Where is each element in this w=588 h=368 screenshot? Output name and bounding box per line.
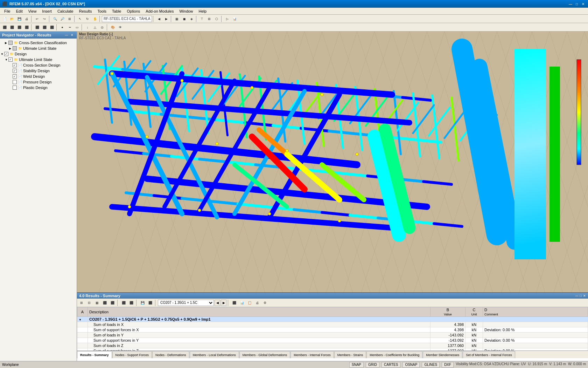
cb-design[interactable]: [4, 52, 8, 56]
res-tb-6[interactable]: ⬛: [120, 300, 127, 306]
res-tb-filter[interactable]: ⬛: [147, 300, 154, 306]
res-tb-4[interactable]: ⬛: [101, 300, 108, 306]
tb2-5[interactable]: ⬛: [34, 24, 41, 31]
cb-plastic-design[interactable]: [13, 86, 17, 90]
tb-top[interactable]: ⊤: [198, 15, 205, 22]
tree-cross-section-classification[interactable]: ▶ 📁 Cross-Section Classification: [0, 40, 77, 46]
tb-solid[interactable]: ◼: [181, 15, 188, 22]
menu-edit[interactable]: Edit: [13, 8, 26, 14]
res-next-btn[interactable]: ▶: [221, 300, 226, 306]
cb-uls-design[interactable]: [8, 57, 13, 62]
cb-stability-design[interactable]: [13, 69, 17, 73]
grid-btn[interactable]: GRID: [366, 362, 379, 368]
tb2-6[interactable]: ⬛: [41, 24, 48, 31]
tb-calc[interactable]: ▷: [224, 15, 231, 22]
menu-view[interactable]: View: [26, 8, 40, 14]
tb2-7[interactable]: ⬛: [48, 24, 55, 31]
cartes-btn[interactable]: CARTES: [382, 362, 400, 368]
tb2-hinge[interactable]: ◎: [99, 24, 106, 31]
tb2-load[interactable]: ↓: [84, 24, 91, 31]
tab-member-slendernesses[interactable]: Member Slendernesses: [423, 351, 462, 358]
tree-design[interactable]: ▼ 📁 Design: [0, 51, 77, 57]
close-button[interactable]: ✕: [580, 1, 586, 7]
tab-results-summary[interactable]: Results - Summary: [77, 351, 112, 358]
tb-zoom-in[interactable]: 🔍: [51, 15, 58, 22]
tab-members-global-deformations[interactable]: Members - Global Deformations: [239, 351, 290, 358]
maximize-button[interactable]: □: [574, 1, 580, 7]
tree-plastic-design[interactable]: 📄 Plastic Design: [0, 85, 77, 90]
tab-members-strains[interactable]: Members - Strains: [334, 351, 366, 358]
res-tb-print[interactable]: 🖨: [254, 300, 261, 306]
menu-file[interactable]: File: [1, 8, 13, 14]
cb-cross-section-classification[interactable]: [8, 41, 13, 45]
tb-wire[interactable]: ▦: [173, 15, 180, 22]
osnap-btn[interactable]: OSNAP: [402, 362, 420, 368]
tb2-support[interactable]: △: [91, 24, 98, 31]
tree-cross-section-design[interactable]: 📄 Cross-Section Design: [0, 62, 77, 68]
res-tb-settings[interactable]: ⚙: [261, 300, 268, 306]
tb2-surface[interactable]: ▭: [74, 24, 80, 31]
tb2-node[interactable]: ●: [59, 24, 66, 31]
menu-results[interactable]: Results: [76, 8, 95, 14]
menu-add-on modules[interactable]: Add-on Modules: [143, 8, 176, 14]
tb-render[interactable]: ◈: [188, 15, 195, 22]
tab-nodes-deformations[interactable]: Nodes - Deformations: [152, 351, 189, 358]
tb-undo[interactable]: ↩: [34, 15, 41, 22]
res-tb-5[interactable]: ⬛: [109, 300, 116, 306]
menu-table[interactable]: Table: [109, 8, 124, 14]
tb-redo[interactable]: ↪: [41, 15, 48, 22]
tree-uls-root[interactable]: ▶ 📁 Ultimate Limit State: [0, 46, 77, 51]
combo-load-case[interactable]: CO207 - 1.35G1 + 1.5C: [158, 300, 214, 306]
tb-next[interactable]: ▶: [163, 15, 170, 22]
tb-front[interactable]: ⊞: [206, 15, 213, 22]
res-tb-copy[interactable]: 📋: [246, 300, 253, 306]
cb-pressure-design[interactable]: [13, 80, 17, 84]
dxf-btn[interactable]: DXF: [442, 362, 454, 368]
tb-new[interactable]: 📄: [1, 15, 8, 22]
res-tb-1[interactable]: ⊞: [78, 300, 85, 306]
glines-btn[interactable]: GLINES: [422, 362, 440, 368]
res-prev-btn[interactable]: ◀: [215, 300, 220, 306]
res-tb-7[interactable]: ⬛: [128, 300, 135, 306]
res-tb-filter2[interactable]: ⬛: [231, 300, 238, 306]
tb-print[interactable]: 🖨: [23, 15, 30, 22]
tb2-visible[interactable]: 👁: [117, 24, 124, 31]
results-minimize-btn[interactable]: —: [575, 294, 579, 298]
tb2-2[interactable]: ⬛: [8, 24, 15, 31]
tb-rotate[interactable]: ↻: [84, 15, 91, 22]
tab-nodes-support-forces[interactable]: Nodes - Support Forces: [112, 351, 152, 358]
tree-weld-design[interactable]: 📄 Weld Design: [0, 74, 77, 79]
cb-weld-design[interactable]: [13, 74, 17, 79]
tb2-1[interactable]: ⬛: [1, 24, 8, 31]
cb-cross-section-design[interactable]: [13, 63, 17, 67]
tb-save[interactable]: 💾: [16, 15, 23, 22]
tree-uls-design[interactable]: ▼ 📁 Ultimate Limit State: [0, 57, 77, 62]
tb-prev[interactable]: ◀: [155, 15, 162, 22]
tb2-member[interactable]: ━: [66, 24, 73, 31]
menu-tools[interactable]: Tools: [94, 8, 109, 14]
tb-iso[interactable]: ⬡: [213, 15, 220, 22]
tree-pressure-design[interactable]: 📄 Pressure Design: [0, 79, 77, 85]
tab-members-local-deformations[interactable]: Members - Local Deformations: [190, 351, 239, 358]
tb2-3[interactable]: ⬛: [16, 24, 23, 31]
tb-select[interactable]: ↖: [77, 15, 84, 22]
nav-close-btn[interactable]: ✕: [70, 33, 75, 38]
nav-minimize-btn[interactable]: —: [64, 33, 69, 38]
tb-zoom-out[interactable]: 🔎: [59, 15, 66, 22]
res-tb-save[interactable]: 💾: [139, 300, 146, 306]
results-float-btn[interactable]: □: [580, 294, 582, 298]
menu-options[interactable]: Options: [124, 8, 143, 14]
tb-open[interactable]: 📂: [8, 15, 15, 22]
res-tb-2[interactable]: ⊟: [86, 300, 93, 306]
tab-members-internal-forces[interactable]: Members - Internal Forces: [290, 351, 334, 358]
res-tb-export[interactable]: 📊: [238, 300, 245, 306]
menu-help[interactable]: Help: [196, 8, 210, 14]
menu-calculate[interactable]: Calculate: [55, 8, 76, 14]
menu-window[interactable]: Window: [176, 8, 196, 14]
res-tb-3[interactable]: ▦: [93, 300, 100, 306]
tb-pan[interactable]: ✋: [91, 15, 98, 22]
tab-members-coefficients-buckling[interactable]: Members - Coefficients for Buckling: [366, 351, 422, 358]
results-close-btn[interactable]: ✕: [583, 294, 586, 298]
minimize-button[interactable]: —: [568, 1, 573, 7]
tb2-4[interactable]: ⬛: [23, 24, 30, 31]
